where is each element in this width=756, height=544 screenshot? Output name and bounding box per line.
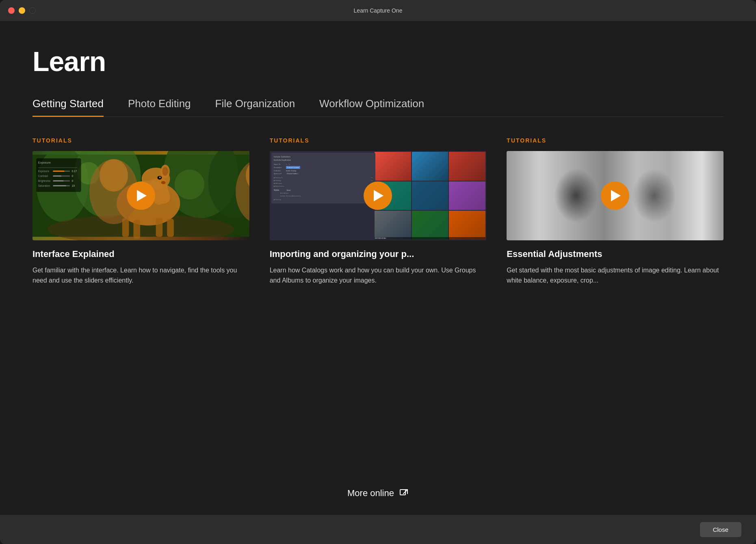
tutorial-card-2: TUTORIALS Include Subfolders Exclude Dup… xyxy=(270,137,487,472)
titlebar-title: Learn Capture One xyxy=(354,7,403,14)
svg-rect-33 xyxy=(53,180,64,181)
svg-rect-57 xyxy=(507,212,724,237)
play-icon-3 xyxy=(611,190,621,201)
tab-file-organization[interactable]: File Organization xyxy=(215,97,295,117)
svg-rect-14 xyxy=(122,218,129,237)
tutorials-label-1: TUTORIALS xyxy=(32,137,249,144)
svg-point-4 xyxy=(208,151,249,218)
more-online-button[interactable]: More online xyxy=(347,488,409,499)
tutorials-label-3: TUTORIALS xyxy=(507,137,724,144)
tutorials-grid: TUTORIALS xyxy=(32,137,724,472)
svg-point-13 xyxy=(161,181,166,184)
svg-rect-64 xyxy=(634,195,650,232)
svg-point-2 xyxy=(74,151,141,218)
play-button-2[interactable] xyxy=(364,181,392,210)
svg-point-10 xyxy=(162,167,168,176)
svg-point-59 xyxy=(577,181,593,199)
svg-point-63 xyxy=(633,179,649,198)
svg-text:19: 19 xyxy=(72,184,75,187)
tutorial-card-1: TUTORIALS xyxy=(32,137,249,472)
play-button-1[interactable] xyxy=(127,181,155,210)
svg-point-3 xyxy=(163,151,238,218)
svg-rect-50 xyxy=(570,181,580,194)
svg-text:0: 0 xyxy=(72,179,74,182)
svg-rect-62 xyxy=(588,224,592,234)
more-online-label: More online xyxy=(347,488,394,499)
tab-workflow-optimization[interactable]: Workflow Optimization xyxy=(319,97,424,117)
svg-rect-17 xyxy=(167,219,174,237)
import-dialog: Include Subfolders Exclude Duplicates Im… xyxy=(271,153,375,203)
svg-point-11 xyxy=(157,176,162,179)
svg-rect-55 xyxy=(645,181,656,196)
thumbnail-1[interactable]: Exposure Exposure 0.17 Contrast 0 Bright… xyxy=(32,151,249,240)
svg-rect-47 xyxy=(525,181,535,194)
svg-point-1 xyxy=(36,151,89,222)
thumbnail-3[interactable] xyxy=(507,151,724,240)
svg-rect-37 xyxy=(53,185,66,186)
titlebar: Learn Capture One xyxy=(0,0,756,21)
svg-rect-60 xyxy=(579,198,592,233)
svg-text:0.17: 0.17 xyxy=(72,170,77,173)
tutorial-card-3: TUTORIALS xyxy=(507,137,724,472)
svg-rect-61 xyxy=(581,224,585,235)
svg-rect-56 xyxy=(664,181,675,196)
svg-point-68 xyxy=(632,233,651,237)
external-link-icon xyxy=(399,488,409,498)
main-content: Learn Getting Started Photo Editing File… xyxy=(0,21,756,515)
svg-rect-49 xyxy=(555,181,565,194)
svg-rect-29 xyxy=(53,175,61,177)
more-online-section: More online xyxy=(32,472,724,515)
svg-text:Exposure: Exposure xyxy=(38,161,51,164)
svg-rect-25 xyxy=(53,171,65,172)
svg-rect-43 xyxy=(525,162,535,175)
svg-rect-48 xyxy=(540,181,550,194)
main-window: Learn Capture One Learn Getting Started … xyxy=(0,0,756,544)
play-button-3[interactable] xyxy=(601,181,629,210)
svg-point-19 xyxy=(175,170,205,200)
svg-rect-65 xyxy=(637,225,640,235)
svg-text:Contrast: Contrast xyxy=(38,175,48,177)
svg-point-18 xyxy=(77,162,100,184)
tutorials-label-2: TUTORIALS xyxy=(270,137,487,144)
card-title-1: Interface Explained xyxy=(32,248,249,260)
svg-rect-16 xyxy=(156,218,163,237)
card-desc-3: Get started with the most basic adjustme… xyxy=(507,265,724,286)
minimize-traffic-light[interactable] xyxy=(19,7,25,14)
thumbnail-2[interactable]: Include Subfolders Exclude Duplicates Im… xyxy=(270,151,487,240)
svg-point-67 xyxy=(576,233,595,237)
svg-point-9 xyxy=(161,165,170,178)
svg-rect-41 xyxy=(518,158,593,214)
tab-bar: Getting Started Photo Editing File Organ… xyxy=(32,97,724,117)
play-icon-2 xyxy=(374,190,383,201)
svg-rect-36 xyxy=(53,185,70,186)
svg-rect-58 xyxy=(507,212,724,215)
svg-text:Exposure: Exposure xyxy=(38,170,50,173)
svg-text:Saturation: Saturation xyxy=(38,184,50,187)
card-title-3: Essential Adjustments xyxy=(507,248,724,260)
svg-point-12 xyxy=(159,177,161,178)
svg-rect-54 xyxy=(701,160,713,175)
traffic-lights xyxy=(8,7,36,14)
svg-rect-53 xyxy=(682,160,694,175)
bottom-bar: Close xyxy=(0,515,756,544)
svg-rect-42 xyxy=(637,156,724,214)
svg-rect-20 xyxy=(36,158,81,192)
svg-rect-51 xyxy=(645,160,656,175)
play-icon-1 xyxy=(137,190,147,201)
svg-rect-46 xyxy=(570,162,580,175)
svg-rect-45 xyxy=(555,162,565,175)
tab-photo-editing[interactable]: Photo Editing xyxy=(128,97,191,117)
svg-rect-66 xyxy=(643,224,647,235)
close-traffic-light[interactable] xyxy=(8,7,15,14)
svg-rect-52 xyxy=(664,160,675,175)
svg-rect-24 xyxy=(53,171,70,172)
close-button[interactable]: Close xyxy=(700,522,741,537)
svg-rect-32 xyxy=(53,180,70,181)
tab-getting-started[interactable]: Getting Started xyxy=(32,97,104,117)
maximize-traffic-light[interactable] xyxy=(29,7,36,14)
page-title: Learn xyxy=(32,45,724,77)
svg-rect-15 xyxy=(133,220,140,239)
svg-text:0: 0 xyxy=(72,175,74,177)
card-title-2: Importing and organizing your p... xyxy=(270,248,487,260)
card-desc-1: Get familiar with the interface. Learn h… xyxy=(32,265,249,286)
